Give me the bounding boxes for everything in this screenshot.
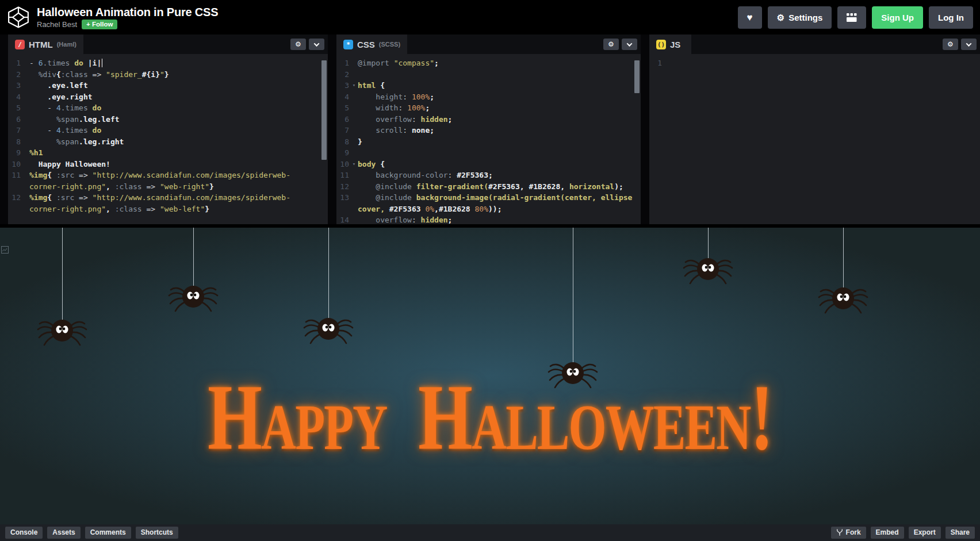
- pen-title: Halloween Animation in Pure CSS: [37, 6, 218, 18]
- code-token: 0%: [425, 205, 434, 213]
- code-text: }: [358, 136, 362, 148]
- code-row[interactable]: 5 width: 100%;: [336, 102, 641, 114]
- line-number: 2: [336, 69, 350, 80]
- tab-css[interactable]: * CSS (SCSS): [336, 34, 407, 54]
- line-number: 9: [8, 147, 22, 159]
- html-code-editor[interactable]: 1- 6.times do |i|2 %div{:class => "spide…: [8, 54, 328, 224]
- code-row[interactable]: 1@import "compass";: [336, 57, 641, 69]
- code-token: -: [29, 126, 56, 135]
- js-code-editor[interactable]: 1: [649, 54, 980, 224]
- css-collapse-button[interactable]: [622, 39, 637, 50]
- console-button[interactable]: Console: [5, 527, 43, 539]
- code-token: do: [93, 126, 102, 135]
- spider: [36, 313, 88, 348]
- fork-button[interactable]: Fork: [831, 527, 866, 539]
- code-row[interactable]: 4 .eye.right: [8, 91, 328, 103]
- preview-pane: Happy Halloween!: [0, 228, 980, 524]
- fold-gutter: [350, 204, 358, 215]
- code-text: height: 100%;: [358, 91, 434, 103]
- code-row[interactable]: 2: [336, 69, 641, 80]
- code-row[interactable]: 12 @include filter-gradient(#2F5363, #1B…: [336, 181, 641, 193]
- code-token: ;: [430, 126, 434, 135]
- signup-button[interactable]: Sign Up: [872, 6, 923, 29]
- html-collapse-button[interactable]: [309, 39, 324, 50]
- code-row[interactable]: 7 - 4.times do: [8, 125, 328, 136]
- line-number: 1: [336, 57, 350, 69]
- code-text: - 4.times do: [29, 102, 101, 114]
- code-row[interactable]: 11 background-color: #2F5363;: [336, 170, 641, 181]
- assets-button[interactable]: Assets: [47, 527, 80, 539]
- follow-button[interactable]: + Follow: [82, 20, 117, 29]
- code-token: :: [398, 103, 407, 112]
- codepen-logo[interactable]: [7, 6, 30, 29]
- change-view-button[interactable]: [837, 6, 866, 29]
- spider: [547, 356, 599, 390]
- code-row[interactable]: 10▾body {: [336, 159, 641, 170]
- tab-js[interactable]: () JS: [649, 34, 691, 54]
- code-row[interactable]: 10 Happy Halloween!: [8, 159, 328, 170]
- css-code-editor[interactable]: 1@import "compass";23▾html {4 height: 10…: [336, 54, 641, 224]
- code-token: {: [56, 70, 61, 79]
- header-actions: ♥ ⚙Settings Sign Up Log In: [738, 6, 973, 29]
- gear-icon: ⚙: [777, 13, 784, 22]
- code-token: "http://www.scandiafun.com/images/spider…: [93, 193, 290, 202]
- code-row[interactable]: 6 %span.leg.left: [8, 114, 328, 125]
- shortcuts-button[interactable]: Shortcuts: [136, 527, 178, 539]
- code-row[interactable]: corner-right.png", :class => "web-right"…: [8, 181, 328, 193]
- code-row[interactable]: 3▾html {: [336, 80, 641, 91]
- fold-gutter: [22, 125, 29, 136]
- embed-button[interactable]: Embed: [871, 527, 904, 539]
- code-row[interactable]: 7 scroll: none;: [336, 125, 641, 136]
- code-token: corner-right.png": [29, 205, 106, 213]
- scss-icon: *: [343, 40, 353, 49]
- code-row[interactable]: 11%img{ :src => "http://www.scandiafun.c…: [8, 170, 328, 181]
- line-number: 12: [8, 192, 22, 204]
- login-button[interactable]: Log In: [929, 6, 973, 29]
- code-text: %h1: [29, 147, 43, 159]
- css-scrollbar[interactable]: [634, 60, 640, 93]
- line-number: 12: [336, 181, 350, 193]
- code-row[interactable]: 6 overflow: hidden;: [336, 114, 641, 125]
- code-row[interactable]: 13 @include background-image(radial-grad…: [336, 192, 641, 204]
- like-button[interactable]: ♥: [738, 6, 762, 29]
- code-row[interactable]: 4 height: 100%;: [336, 91, 641, 103]
- html-settings-button[interactable]: ⚙: [290, 39, 306, 50]
- code-row[interactable]: corner-right.png", :class => "web-left"}: [8, 204, 328, 215]
- code-row[interactable]: 14 overflow: hidden;: [336, 214, 641, 224]
- code-token: corner-right.png": [29, 182, 106, 191]
- css-settings-button[interactable]: ⚙: [603, 39, 619, 50]
- tab-html[interactable]: / HTML (Haml): [8, 34, 83, 54]
- fold-arrow-icon[interactable]: ▾: [350, 159, 358, 170]
- settings-button[interactable]: ⚙Settings: [768, 6, 832, 29]
- pen-author[interactable]: Rachel Best: [37, 20, 77, 29]
- line-number: 6: [336, 114, 350, 125]
- code-token: ,: [434, 205, 439, 213]
- code-token: {: [380, 160, 385, 168]
- code-row[interactable]: 12%img{ :src => "http://www.scandiafun.c…: [8, 192, 328, 204]
- html-scrollbar[interactable]: [321, 60, 327, 160]
- code-token: #2F5363: [457, 171, 488, 179]
- tab-label: JS: [670, 40, 680, 49]
- code-row[interactable]: 9: [336, 147, 641, 159]
- export-button[interactable]: Export: [909, 527, 941, 539]
- code-token: background-color: [358, 171, 448, 179]
- code-row[interactable]: 8}: [336, 136, 641, 148]
- js-collapse-button[interactable]: [961, 39, 977, 50]
- code-row[interactable]: 1- 6.times do |i|: [8, 57, 328, 69]
- code-row[interactable]: 8 %span.leg.right: [8, 136, 328, 148]
- code-token: 80%: [475, 205, 488, 213]
- share-button[interactable]: Share: [945, 527, 975, 539]
- code-row[interactable]: 9%h1: [8, 147, 328, 159]
- code-row[interactable]: 5 - 4.times do: [8, 102, 328, 114]
- code-token: "web-left": [160, 205, 205, 213]
- comments-button[interactable]: Comments: [85, 527, 131, 539]
- code-row[interactable]: 2 %div{:class => "spider_#{i}"}: [8, 69, 328, 80]
- code-row[interactable]: cover, #2F5363 0%,#1B2628 80%));: [336, 204, 641, 215]
- line-number: [8, 181, 22, 193]
- js-settings-button[interactable]: ⚙: [943, 39, 958, 50]
- code-text: .eye.right: [29, 91, 93, 103]
- code-row[interactable]: 1: [649, 57, 980, 69]
- fold-arrow-icon[interactable]: ▾: [350, 80, 358, 91]
- code-row[interactable]: 3 .eye.left: [8, 80, 328, 91]
- code-text: scroll: none;: [358, 125, 434, 136]
